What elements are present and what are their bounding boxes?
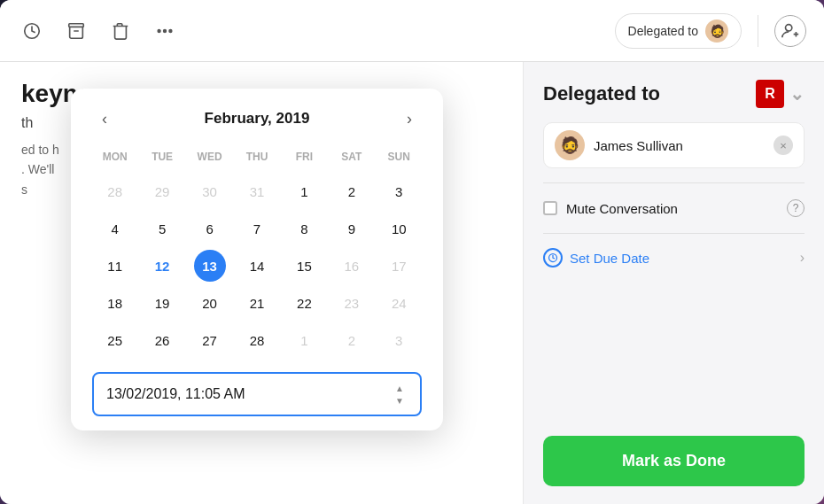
mark-as-done-button[interactable]: Mark as Done [543, 436, 805, 486]
cal-day[interactable]: 30 [194, 175, 226, 207]
cal-day[interactable]: 17 [383, 250, 415, 282]
svg-rect-1 [69, 23, 84, 27]
cal-day[interactable]: 24 [383, 287, 415, 319]
mute-checkbox[interactable] [543, 201, 557, 215]
toolbar: Delegated to 🧔 [0, 0, 824, 62]
due-date-label: Set Due Date [570, 251, 793, 266]
content-area: keyno th ed to h . We'll s ‹ February, 2… [0, 62, 824, 504]
cal-day[interactable]: 31 [241, 175, 273, 207]
cal-day[interactable]: 20 [194, 287, 226, 319]
cal-day[interactable]: 18 [99, 287, 131, 319]
datetime-stepper[interactable]: ▲ ▼ [392, 383, 408, 406]
divider-2 [543, 233, 805, 234]
remove-assignee-button[interactable]: × [773, 136, 793, 155]
cal-day-today[interactable]: 12 [146, 250, 178, 282]
cal-day[interactable]: 4 [99, 213, 131, 244]
dow-tue: TUE [139, 147, 184, 172]
cal-day[interactable]: 27 [194, 324, 226, 356]
svg-point-5 [169, 29, 172, 32]
calendar-popup: ‹ February, 2019 › MON TUE WED THU FRI S… [71, 89, 443, 430]
app-window: Delegated to 🧔 keyno th ed to h . We'll … [0, 0, 824, 504]
clock-icon[interactable] [18, 17, 46, 45]
dow-sat: SAT [329, 147, 374, 172]
svg-point-6 [786, 24, 792, 30]
dow-thu: THU [234, 147, 279, 172]
cal-day[interactable]: 5 [146, 213, 178, 244]
chevron-right-icon: › [800, 250, 805, 266]
archive-icon[interactable] [62, 17, 90, 45]
assignee-name: James Sullivan [594, 138, 765, 153]
cal-day[interactable]: 2 [336, 175, 368, 207]
cal-day[interactable]: 3 [383, 324, 415, 356]
svg-point-3 [158, 29, 160, 32]
divider [543, 182, 805, 183]
calendar-next-button[interactable]: › [397, 106, 422, 131]
cal-day[interactable]: 8 [288, 213, 320, 244]
cal-day[interactable]: 14 [241, 250, 273, 282]
left-panel: keyno th ed to h . We'll s ‹ February, 2… [0, 62, 523, 504]
stepper-down-button[interactable]: ▼ [392, 395, 408, 406]
delegated-to-heading: Delegated to [543, 82, 660, 105]
datetime-value: 13/02/2019, 11:05 AM [106, 386, 245, 402]
cal-day[interactable]: 11 [99, 250, 131, 282]
cal-day[interactable]: 28 [99, 175, 131, 207]
cal-day[interactable]: 15 [288, 250, 320, 282]
cal-day[interactable]: 1 [288, 324, 320, 356]
dow-mon: MON [92, 147, 137, 172]
cal-day[interactable]: 10 [383, 213, 415, 244]
assignee-avatar: 🧔 [555, 130, 585, 160]
mute-conversation-row: Mute Conversation ? [543, 198, 805, 219]
svg-point-4 [164, 29, 167, 32]
cal-day[interactable]: 7 [241, 213, 273, 244]
cal-day[interactable]: 2 [336, 324, 368, 356]
calendar-grid: MON TUE WED THU FRI SAT SUN 28 29 30 31 … [92, 147, 422, 358]
cal-day[interactable]: 25 [99, 324, 131, 356]
cal-day[interactable]: 6 [194, 213, 226, 244]
cal-day[interactable]: 16 [336, 250, 368, 282]
clock-due-date-icon [543, 248, 563, 268]
mute-label: Mute Conversation [566, 201, 778, 216]
cal-day-selected[interactable]: 13 [194, 250, 226, 282]
datetime-input[interactable]: 13/02/2019, 11:05 AM ▲ ▼ [92, 372, 422, 416]
cal-day[interactable]: 29 [146, 175, 178, 207]
delegated-to-button[interactable]: Delegated to 🧔 [615, 13, 742, 49]
cal-day[interactable]: 28 [241, 324, 273, 356]
add-user-button[interactable] [774, 15, 806, 47]
cal-day[interactable]: 9 [336, 213, 368, 244]
right-panel-title: Delegated to R ⌄ [543, 80, 805, 108]
stepper-up-button[interactable]: ▲ [392, 383, 408, 393]
delegated-to-label: Delegated to [628, 24, 698, 38]
more-icon[interactable] [151, 17, 179, 45]
cal-day[interactable]: 1 [288, 175, 320, 207]
dow-wed: WED [187, 147, 232, 172]
cal-day[interactable]: 21 [241, 287, 273, 319]
right-panel: Delegated to R ⌄ 🧔 James Sullivan × Mute… [523, 62, 824, 504]
calendar-month-title: February, 2019 [205, 110, 310, 128]
set-due-date-row[interactable]: Set Due Date › [543, 248, 805, 268]
help-icon[interactable]: ? [787, 199, 805, 217]
cal-day[interactable]: 3 [383, 175, 415, 207]
dow-sun: SUN [377, 147, 422, 172]
panel-chevron-down-icon[interactable]: ⌄ [789, 83, 805, 105]
cal-day[interactable]: 19 [146, 287, 178, 319]
delete-icon[interactable] [106, 17, 135, 45]
dow-fri: FRI [282, 147, 327, 172]
logo-badge: R [756, 80, 784, 108]
assignee-row: 🧔 James Sullivan × [543, 122, 805, 168]
calendar-header: ‹ February, 2019 › [92, 106, 422, 131]
cal-day[interactable]: 23 [336, 287, 368, 319]
toolbar-avatar: 🧔 [705, 19, 728, 43]
cal-day[interactable]: 22 [288, 287, 320, 319]
toolbar-separator [758, 15, 758, 47]
cal-day[interactable]: 26 [146, 324, 178, 356]
calendar-prev-button[interactable]: ‹ [92, 106, 117, 131]
